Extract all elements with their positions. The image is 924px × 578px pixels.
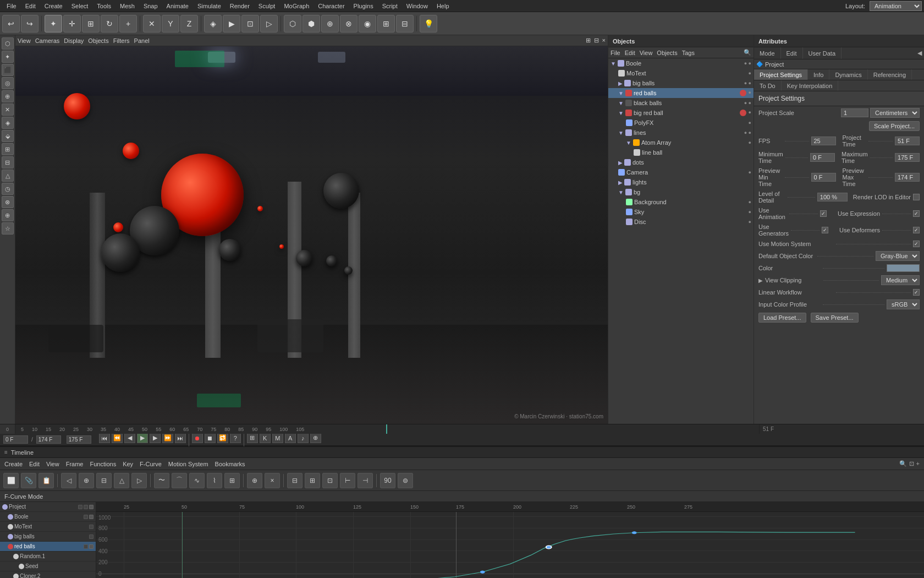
left-tool-11[interactable]: △ [2,170,14,182]
use-deformers-checkbox[interactable]: ✓ [913,227,920,233]
pb-play-btn[interactable]: ▶ [137,433,148,443]
view-clipping-dropdown[interactable]: Medium Small Large [881,275,920,285]
delete-btn[interactable]: ✕ [143,15,161,32]
track-big-balls[interactable]: big balls [0,532,96,542]
tl-search-icon[interactable]: 🔍 [899,460,907,467]
input-color-dropdown[interactable]: sRGB Linear [887,299,920,309]
tl-menu-create[interactable]: Create [4,461,23,467]
obj-menu-edit[interactable]: Edit [625,50,635,56]
tl-tool-21[interactable]: 90 [380,473,395,488]
prev-max-input[interactable] [895,173,920,182]
obj-item-motext[interactable]: MoText ● [608,68,754,78]
attr-subtab-info[interactable]: Info [808,69,829,80]
tl-tool-6[interactable]: ⊟ [96,473,112,488]
project-time-input[interactable] [895,137,920,145]
menu-mograph[interactable]: MoGraph [279,3,314,9]
tl-tool-9[interactable]: 〜 [154,473,169,488]
select-tool[interactable]: ✦ [45,15,62,32]
track-random1[interactable]: Random.1 [0,552,96,561]
tl-menu-key[interactable]: Key [123,461,133,467]
pb-loop-btn[interactable]: 🔁 [217,433,228,443]
snap-btn[interactable]: ⊗ [340,15,358,32]
min-time-input[interactable] [810,153,835,162]
attr-subtab-project-settings[interactable]: Project Settings [754,69,808,80]
pb-step-fwd-btn[interactable]: ▶ [150,433,161,443]
tl-menu-functions[interactable]: Functions [90,461,116,467]
linear-workflow-checkbox[interactable]: ✓ [913,289,920,296]
vp-menu-cameras[interactable]: Cameras [35,37,60,44]
tl-tool-1[interactable]: ⬜ [3,473,19,488]
tl-menu-motion[interactable]: Motion System [168,461,208,467]
tl-zoom-icon[interactable]: + [916,460,920,467]
render-region-btn[interactable]: ⊡ [241,15,259,32]
fps-input[interactable] [811,137,836,145]
timeline-playhead[interactable] [386,424,387,434]
main-timeline-ruler[interactable]: 0 5 10 15 20 25 30 35 40 45 50 55 60 65 … [0,424,924,434]
obj-item-camera[interactable]: Camera ● [608,167,754,177]
obj-search-icon[interactable]: 🔍 [744,49,751,56]
obj-item-big-red-ball[interactable]: ▼ big red ball ● [608,108,754,118]
pb-prev-btn[interactable]: ⏪ [112,433,123,443]
tl-tool-16[interactable]: ⊟ [287,473,302,488]
tl-tool-2[interactable]: 📎 [21,473,36,488]
vp-menu-display[interactable]: Display [64,37,84,44]
obj-item-background[interactable]: Background ● [608,197,754,207]
attr-subtab2-todo[interactable]: To Do [754,80,782,91]
view3d-btn[interactable]: ⬡ [284,15,301,32]
menu-edit[interactable]: Edit [21,3,40,9]
pb-motion-btn[interactable]: M [272,433,283,443]
light-btn[interactable]: 💡 [420,15,437,32]
deform-btn[interactable]: ◉ [359,15,376,32]
material-btn[interactable]: ◈ [204,15,222,32]
tl-menu-fcurve[interactable]: F-Curve [140,461,162,467]
track-seed[interactable]: Seed [0,561,96,571]
tl-tool-20[interactable]: ⊣ [358,473,373,488]
left-tool-5[interactable]: ⊕ [2,90,14,102]
coord-btn[interactable]: ⊕ [321,15,339,32]
timeline-curve-ruler[interactable]: 25 50 75 100 125 150 175 200 225 250 275 [96,502,924,512]
tl-tool-15[interactable]: × [265,473,280,488]
pb-stop-btn[interactable]: ⏹ [205,433,216,443]
attr-subtab-referencing[interactable]: Referencing [868,69,912,80]
tl-tool-8[interactable]: ▷ [131,473,147,488]
scale-tool[interactable]: ⊞ [82,15,100,32]
obj-item-bg[interactable]: ▼ bg [608,187,754,197]
tl-tool-14[interactable]: ⊕ [247,473,262,488]
menu-plugins[interactable]: Plugins [349,3,378,9]
tl-tool-12[interactable]: ⌇ [207,473,222,488]
prev-min-input[interactable] [811,173,836,182]
attr-arrow-left[interactable]: ◀ [917,50,922,57]
pb-help-btn[interactable]: ? [230,433,241,443]
menu-tools[interactable]: Tools [92,3,116,9]
tl-menu-edit[interactable]: Edit [29,461,40,467]
tl-tool-10[interactable]: ⌒ [172,473,187,488]
left-tool-15[interactable]: ☆ [2,222,14,235]
pb-anim-btn[interactable]: A [285,433,296,443]
use-expression-checkbox[interactable]: ✓ [913,210,920,217]
track-motext[interactable]: MoText [0,522,96,532]
left-tool-10[interactable]: ⊟ [2,156,14,168]
track-boole[interactable]: Boole [0,512,96,522]
pb-start-btn[interactable]: ⏮ [99,433,110,443]
left-tool-3[interactable]: ⬛ [2,64,14,76]
scale-project-btn[interactable]: Scale Project... [869,121,920,131]
attr-tab-edit[interactable]: Edit [781,47,803,59]
obj-item-line-ball[interactable]: line ball [608,148,754,157]
obj-item-disc[interactable]: Disc ● [608,217,754,227]
obj-item-lights[interactable]: ▶ lights [608,177,754,187]
pb-next-btn[interactable]: ⏩ [162,433,173,443]
playback-frame-current[interactable] [36,435,61,444]
viewport-btn[interactable]: ⬢ [302,15,320,32]
menu-script[interactable]: Script [378,3,402,9]
obj-item-red-balls[interactable]: ▼ red balls ● [608,88,754,98]
attr-tab-mode[interactable]: Mode [754,47,781,59]
tl-fit-icon[interactable]: ⊡ [909,460,914,467]
pb-sound-btn[interactable]: ♪ [298,433,309,443]
color-swatch[interactable] [887,264,920,272]
attr-tab-userdata[interactable]: User Data [803,47,842,59]
menu-snap[interactable]: Snap [139,3,162,9]
obj-item-big-balls[interactable]: ▶ big balls ● ● [608,78,754,88]
vp-btn-2[interactable]: ⊟ [594,37,599,44]
vp-menu-filters[interactable]: Filters [113,37,130,44]
obj-item-dots[interactable]: ▶ dots [608,157,754,167]
